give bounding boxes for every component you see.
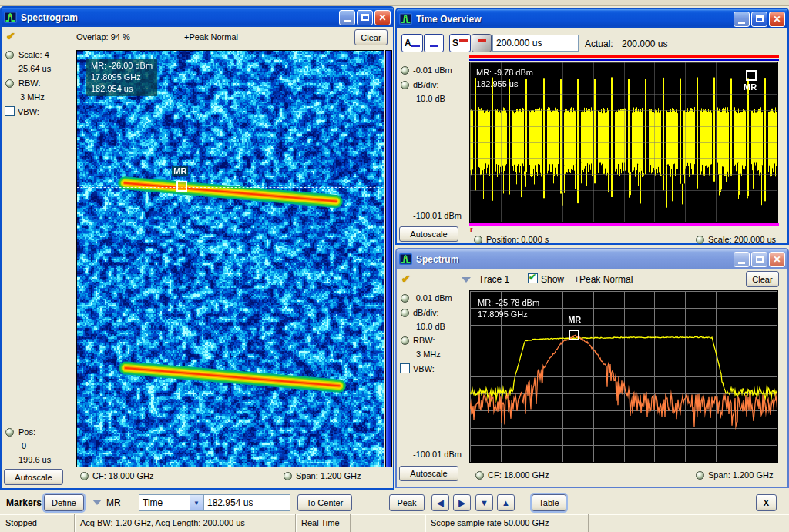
analysis-length-auto-button[interactable]: A <box>401 34 423 52</box>
maximize-icon[interactable] <box>357 10 373 25</box>
spectrum-chart[interactable]: MR: -25.78 dBm 17.8095 GHz MR <box>469 290 778 463</box>
time-mr-marker[interactable] <box>746 70 757 81</box>
position-knob-icon[interactable] <box>474 236 482 244</box>
rbw-label[interactable]: RBW: <box>413 336 435 345</box>
marker-value-input[interactable] <box>203 494 290 511</box>
rbw-value[interactable]: 3 MHz <box>20 92 45 102</box>
autoscale-button[interactable]: Autoscale <box>4 469 63 485</box>
show-label[interactable]: Show <box>541 274 564 285</box>
dbdiv-knob-icon[interactable] <box>401 309 409 317</box>
rbw-knob-icon[interactable] <box>5 79 14 88</box>
close-markers-button[interactable]: X <box>756 494 777 511</box>
marker-type-select[interactable]: Time ▼ <box>139 494 203 511</box>
pos-knob-icon[interactable] <box>5 428 14 437</box>
position-label[interactable]: Position: 0.000 s <box>486 235 549 244</box>
span-knob-icon[interactable] <box>696 471 704 480</box>
time-scale-label[interactable]: Scale: 200.000 us <box>708 235 776 244</box>
span-label[interactable]: Span: 1.200 GHz <box>296 471 361 480</box>
trace-chevron-down-icon[interactable] <box>462 277 471 283</box>
combo-dropdown-button[interactable]: ▼ <box>190 495 203 510</box>
trace-label[interactable]: Trace 1 <box>478 274 509 285</box>
time-overview-titlebar[interactable]: Time Overview ✕ <box>397 9 787 28</box>
vbw-checkbox[interactable] <box>5 106 15 116</box>
autoscale-button[interactable]: Autoscale <box>399 466 458 481</box>
to-center-button[interactable]: To Center <box>297 494 352 511</box>
spectrum-length-manual-button[interactable] <box>472 34 492 52</box>
spectrum-length-auto-button[interactable]: S <box>449 34 471 52</box>
vbw-checkbox[interactable] <box>400 363 410 373</box>
autoscale-button[interactable]: Autoscale <box>399 226 458 242</box>
clear-button[interactable]: Clear <box>354 29 388 45</box>
dbdiv-knob-icon[interactable] <box>401 81 409 89</box>
cf-label[interactable]: CF: 18.000 GHz <box>488 470 549 480</box>
minimize-icon[interactable] <box>734 12 750 27</box>
spectrogram-chart[interactable]: MR: -26.00 dBm 17.8095 GHz 182.954 us MR <box>76 50 384 467</box>
acq-length-input[interactable] <box>492 35 579 52</box>
marker-type-value: Time <box>139 497 190 508</box>
minimize-icon[interactable] <box>734 252 750 267</box>
peak-button[interactable]: Peak <box>389 494 425 511</box>
cf-label[interactable]: CF: 18.000 GHz <box>92 471 153 480</box>
peak-down-arrow-icon[interactable]: ▼ <box>475 494 493 511</box>
dbdiv-label[interactable]: dB/div: <box>413 80 439 89</box>
ref-level-knob-icon[interactable] <box>401 66 409 75</box>
marker-select-chevron-down-icon[interactable] <box>92 500 102 505</box>
rsa-application-window: Spectrogram ✕ ✔ Overlap: 94 % +Peak Norm… <box>0 0 789 532</box>
ref-top-label[interactable]: -0.01 dBm <box>413 293 452 303</box>
spectrum-mr-marker[interactable] <box>569 330 579 340</box>
clear-button[interactable]: Clear <box>746 271 779 287</box>
rbw-value[interactable]: 3 MHz <box>416 350 441 359</box>
dbdiv-label[interactable]: dB/div: <box>413 308 439 317</box>
spectrogram-scrollbar[interactable] <box>385 50 392 467</box>
peak-left-arrow-icon[interactable]: ◀ <box>431 494 449 511</box>
pos-value-1[interactable]: 0 <box>22 441 26 450</box>
maximize-icon[interactable] <box>751 12 767 27</box>
dbdiv-value[interactable]: 10.0 dB <box>416 322 445 331</box>
rbw-knob-icon[interactable] <box>401 336 409 345</box>
scale-knob-icon[interactable] <box>5 51 14 59</box>
chevron-down-icon: ▼ <box>193 500 200 507</box>
dbdiv-value[interactable]: 10.0 dB <box>416 94 445 103</box>
close-icon[interactable]: ✕ <box>769 252 785 267</box>
pos-value-2[interactable]: 199.6 us <box>18 455 51 464</box>
show-checkbox[interactable]: ✔ <box>528 273 538 283</box>
analysis-range-dash-icon <box>411 45 420 47</box>
analysis-range-dash-icon <box>430 45 438 47</box>
minimize-icon[interactable] <box>339 10 355 25</box>
display-enabled-check-icon[interactable]: ✔ <box>6 30 15 42</box>
peak-right-arrow-icon[interactable]: ▶ <box>453 494 471 511</box>
spectrogram-canvas[interactable] <box>77 51 384 467</box>
analysis-length-manual-button[interactable] <box>424 34 444 52</box>
cf-knob-icon[interactable] <box>475 471 484 480</box>
maximize-icon[interactable] <box>751 252 767 267</box>
span-knob-icon[interactable] <box>284 472 292 480</box>
scale-value[interactable]: 25.64 us <box>18 64 51 73</box>
time-scale-knob-icon[interactable] <box>696 236 704 244</box>
vbw-label: VBW: <box>18 107 39 116</box>
time-marker-readout: MR: -9.78 dBm 182.955 us <box>476 67 533 90</box>
detection-label: +Peak Normal <box>574 274 633 285</box>
spectrum-range-line <box>469 55 779 58</box>
close-icon[interactable]: ✕ <box>769 12 785 27</box>
pos-label[interactable]: Pos: <box>18 427 35 437</box>
spectrogram-titlebar[interactable]: Spectrogram ✕ <box>2 8 393 27</box>
peak-up-arrow-icon[interactable]: ▲ <box>497 494 515 511</box>
marker-name-label[interactable]: MR <box>106 497 121 508</box>
spectrum-titlebar[interactable]: Spectrum ✕ <box>397 249 787 269</box>
status-run-state: Stopped <box>0 514 75 532</box>
ref-bottom-label: -100.01 dBm <box>413 450 462 459</box>
close-icon[interactable]: ✕ <box>374 10 391 25</box>
ref-level-knob-icon[interactable] <box>401 294 409 303</box>
ref-top-label[interactable]: -0.01 dBm <box>413 65 452 75</box>
cf-knob-icon[interactable] <box>80 472 89 480</box>
table-button[interactable]: Table <box>532 494 566 511</box>
display-enabled-check-icon[interactable]: ✔ <box>401 273 411 285</box>
spectrogram-mr-marker[interactable] <box>176 181 187 192</box>
span-label[interactable]: Span: 1.200 GHz <box>708 470 773 480</box>
status-spacer <box>351 514 425 532</box>
scale-label[interactable]: Scale: 4 <box>18 50 49 59</box>
define-button[interactable]: Define <box>44 494 84 511</box>
time-overview-chart[interactable]: MR: -9.78 dBm 182.955 us MR <box>469 62 778 223</box>
detection-label: +Peak Normal <box>184 32 238 42</box>
rbw-label[interactable]: RBW: <box>18 79 41 88</box>
